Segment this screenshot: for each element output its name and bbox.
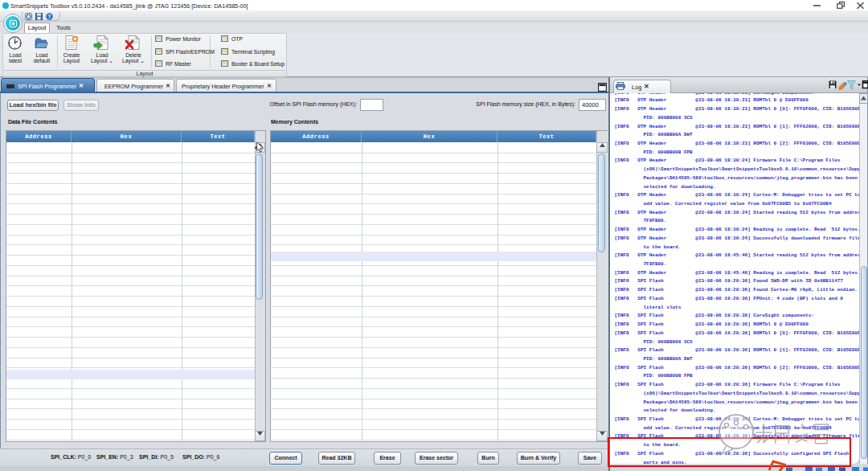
svg-text:?: ?: [47, 14, 51, 19]
